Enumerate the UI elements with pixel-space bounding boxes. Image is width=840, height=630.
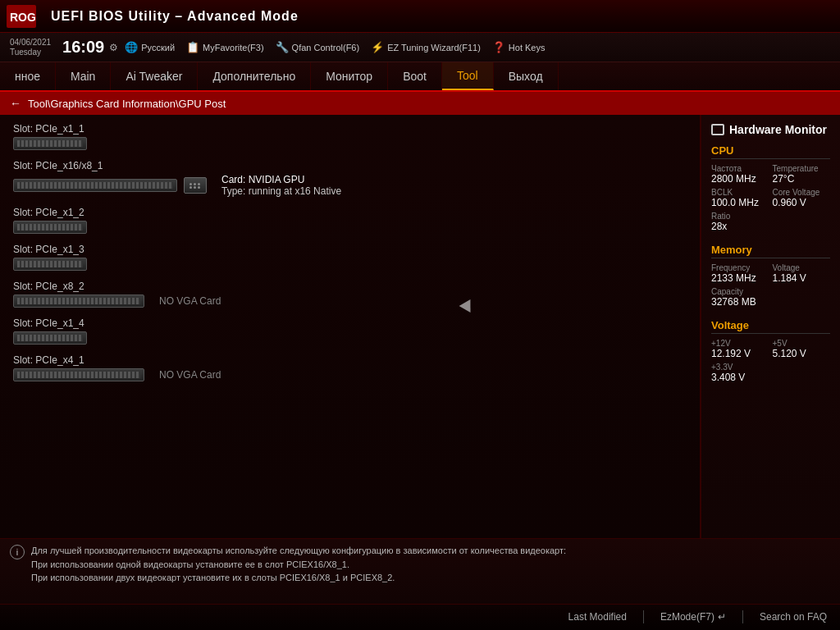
nav-item-ai-tweaker[interactable]: Ai Tweaker — [111, 62, 198, 90]
slot-bar-pcie-x16-x8-1 — [13, 179, 177, 192]
slot-bar-inner — [17, 372, 140, 378]
language-label: Русский — [141, 43, 175, 52]
slot-pcie-x1-2: Slot: PCIe_x1_2 — [13, 207, 687, 234]
topbar-links: 🌐 Русский 📋 MyFavorite(F3) 🔧 Qfan Contro… — [125, 41, 545, 53]
info-text-line3: При использовании двух видеокарт установ… — [31, 571, 566, 585]
rog-logo-icon: ROG — [7, 5, 36, 28]
v5-value: 5.120 V — [773, 348, 831, 359]
slot-bar-pcie-x1-1 — [13, 137, 87, 150]
voltage-section-title: Voltage — [711, 319, 830, 334]
cpu-ratio-label: Ratio — [711, 212, 830, 221]
slot-bar-pcie-x1-4 — [13, 331, 87, 345]
slot-bar-inner — [17, 261, 83, 267]
info-text: Для лучшей производительности видеокарты… — [31, 544, 566, 585]
info-icon-label: i — [16, 547, 18, 557]
footer-divider-1 — [643, 610, 644, 623]
slot-pcie-x1-4: Slot: PCIe_x1_4 — [13, 317, 687, 345]
app-title: UEFI BIOS Utility – Advanced Mode — [51, 9, 299, 24]
nav-label-monitor: Монитор — [326, 70, 372, 83]
slot-label-pcie-x8-2: Slot: PCIe_x8_2 — [13, 281, 687, 292]
ez-mode-button[interactable]: EzMode(F7) ↵ — [660, 611, 726, 623]
slot-chip — [184, 177, 207, 194]
mem-voltage-value: 1.184 V — [773, 272, 831, 284]
mem-voltage-label: Voltage — [773, 263, 831, 272]
nav-label-noe: нное — [15, 70, 40, 83]
current-time: 16:09 — [62, 38, 104, 57]
cpu-ratio-row: Ratio 28x — [711, 212, 830, 232]
slot-bar-inner — [17, 140, 83, 147]
nav-label-boot: Boot — [403, 70, 427, 83]
back-button[interactable]: ← — [10, 97, 21, 110]
myfavorite-link[interactable]: 📋 MyFavorite(F3) — [186, 41, 264, 53]
cpu-ratio-value: 28x — [711, 221, 830, 232]
slot-bar-inner — [17, 224, 83, 231]
nav-label-tool: Tool — [457, 69, 478, 82]
topbar: 04/06/2021 Tuesday 16:09 ⚙ 🌐 Русский 📋 M… — [0, 33, 840, 62]
globe-icon: 🌐 — [125, 41, 138, 53]
nav-item-tool[interactable]: Tool — [442, 62, 494, 90]
nav-label-additional: Дополнительно — [212, 70, 295, 83]
gpu-panel: Slot: PCIe_x1_1 Slot: PCIe_x16/x8_1 — [0, 115, 701, 538]
v12-value: 12.192 V — [711, 348, 769, 359]
eztuning-icon: ⚡ — [371, 41, 384, 53]
card-type: Type: running at x16 Native — [221, 185, 341, 197]
cpu-section: CPU Частота 2800 MHz Temperature 27°C BC… — [711, 144, 830, 232]
slot-graphic-pcie-x1-3 — [13, 258, 687, 271]
v33-value: 3.408 V — [711, 372, 830, 383]
cpu-bclk-label: BCLK — [711, 188, 769, 197]
slot-bar-pcie-x1-2 — [13, 221, 87, 234]
qfan-link[interactable]: 🔧 Qfan Control(F6) — [276, 41, 360, 53]
slot-graphic-pcie-x8-2: NO VGA Card — [13, 294, 687, 308]
slot-label-pcie-x1-4: Slot: PCIe_x1_4 — [13, 317, 687, 329]
slot-bar-pcie-x1-3 — [13, 258, 87, 271]
nav-label-ai-tweaker: Ai Tweaker — [126, 70, 182, 83]
last-modified-label: Last Modified — [568, 611, 627, 623]
day: Tuesday — [10, 48, 51, 57]
nav-item-exit[interactable]: Выход — [494, 62, 559, 90]
cpu-temperature-col: Temperature 27°C — [773, 164, 831, 185]
cpu-core-voltage-value: 0.960 V — [773, 197, 831, 208]
hardware-monitor-sidebar: Hardware Monitor CPU Частота 2800 MHz Te… — [701, 115, 840, 538]
search-faq-label: Search on FAQ — [760, 611, 827, 623]
dot — [198, 186, 200, 189]
slot-label-pcie-x16-x8-1: Slot: PCIe_x16/x8_1 — [13, 160, 687, 171]
slot-bar-pcie-x4-1 — [13, 368, 144, 381]
cpu-bclk-value: 100.0 MHz — [711, 197, 769, 208]
cpu-frequency-value: 2800 MHz — [711, 173, 769, 185]
nav-item-boot[interactable]: Boot — [388, 62, 442, 90]
nav-item-noe[interactable]: нное — [0, 62, 56, 90]
info-text-line2: При использовании одной видеокарты устан… — [31, 558, 566, 572]
nav-item-monitor[interactable]: Монитор — [311, 62, 388, 90]
v5-col: +5V 5.120 V — [773, 339, 831, 359]
main-content: Slot: PCIe_x1_1 Slot: PCIe_x16/x8_1 — [0, 115, 840, 538]
hw-monitor-label: Hardware Monitor — [729, 123, 827, 136]
qfan-icon: 🔧 — [276, 41, 289, 53]
hotkeys-link[interactable]: ❓ Hot Keys — [492, 41, 546, 53]
hardware-monitor-title: Hardware Monitor — [711, 123, 830, 136]
eztuning-link[interactable]: ⚡ EZ Tuning Wizard(F11) — [371, 41, 481, 53]
mem-voltage-col: Voltage 1.184 V — [773, 263, 831, 284]
mem-frequency-col: Frequency 2133 MHz — [711, 263, 769, 284]
hotkeys-icon: ❓ — [492, 41, 505, 53]
v33-col: +3.3V 3.408 V — [711, 363, 830, 383]
mem-freq-voltage-row: Frequency 2133 MHz Voltage 1.184 V — [711, 263, 830, 284]
voltage-33-row: +3.3V 3.408 V — [711, 363, 830, 383]
slot-label-pcie-x1-1: Slot: PCIe_x1_1 — [13, 123, 687, 135]
nav-item-main[interactable]: Main — [56, 62, 111, 90]
nav-item-additional[interactable]: Дополнительно — [198, 62, 311, 90]
language-link[interactable]: 🌐 Русский — [125, 41, 175, 53]
slot-bar-pcie-x8-2 — [13, 294, 144, 308]
search-faq-button[interactable]: Search on FAQ — [760, 611, 827, 623]
ez-mode-icon: ↵ — [718, 611, 726, 623]
info-icon: i — [10, 545, 25, 559]
slot-pcie-x1-3: Slot: PCIe_x1_3 — [13, 244, 687, 271]
cpu-core-voltage-label: Core Voltage — [773, 188, 831, 197]
date: 04/06/2021 — [10, 38, 51, 48]
dot — [194, 186, 196, 189]
cpu-freq-temp-row: Частота 2800 MHz Temperature 27°C — [711, 164, 830, 185]
settings-icon[interactable]: ⚙ — [109, 42, 118, 53]
memory-section-title: Memory — [711, 244, 830, 258]
slot-bar-inner-x16 — [17, 182, 173, 189]
header: ROG UEFI BIOS Utility – Advanced Mode — [0, 0, 840, 33]
last-modified-button[interactable]: Last Modified — [568, 611, 627, 623]
